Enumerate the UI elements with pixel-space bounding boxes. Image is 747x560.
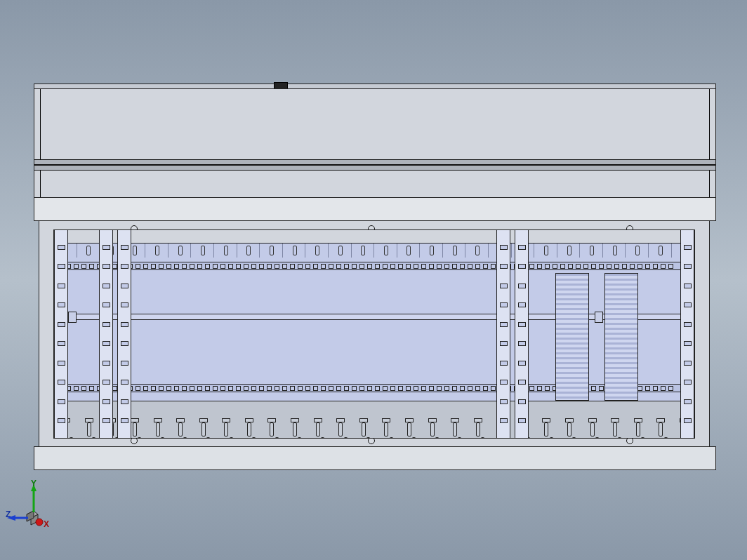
bottom-rail-zone — [54, 401, 694, 438]
upright — [54, 230, 68, 438]
upright — [680, 230, 694, 438]
svg-marker-1 — [27, 511, 38, 518]
upright — [117, 230, 131, 438]
svg-marker-4 — [31, 484, 37, 491]
perforated-strip-lower — [54, 384, 694, 392]
svg-point-7 — [36, 519, 43, 526]
card-guide — [555, 273, 589, 401]
chassis-interior — [53, 229, 695, 439]
axis-x-label: X — [44, 519, 49, 529]
pin-row — [54, 404, 694, 421]
axis-y-label: Y — [31, 479, 37, 488]
upper-shelf — [34, 197, 716, 221]
top-slot-rail — [54, 244, 694, 258]
axis-z-label: Z — [6, 509, 11, 519]
scene-description: CAD orthographic front view of a sheet-m… — [0, 0, 1, 1]
upright — [515, 230, 529, 438]
chassis-body — [39, 220, 710, 448]
lower-shelf — [34, 446, 716, 470]
pattern-row — [54, 421, 694, 436]
upright — [99, 230, 113, 438]
upright — [496, 230, 510, 438]
svg-marker-0 — [31, 514, 38, 525]
axis-triad: Y Z X — [10, 483, 59, 532]
card-guide — [604, 273, 638, 401]
svg-marker-6 — [7, 515, 15, 521]
perforated-strip-upper — [54, 262, 694, 270]
backplane — [54, 243, 694, 402]
svg-marker-2 — [27, 511, 34, 521]
cad-viewport[interactable]: Y Z X CAD orthographic front view of a s… — [0, 0, 747, 560]
upper-cover — [34, 88, 716, 199]
mid-rail — [54, 314, 694, 320]
